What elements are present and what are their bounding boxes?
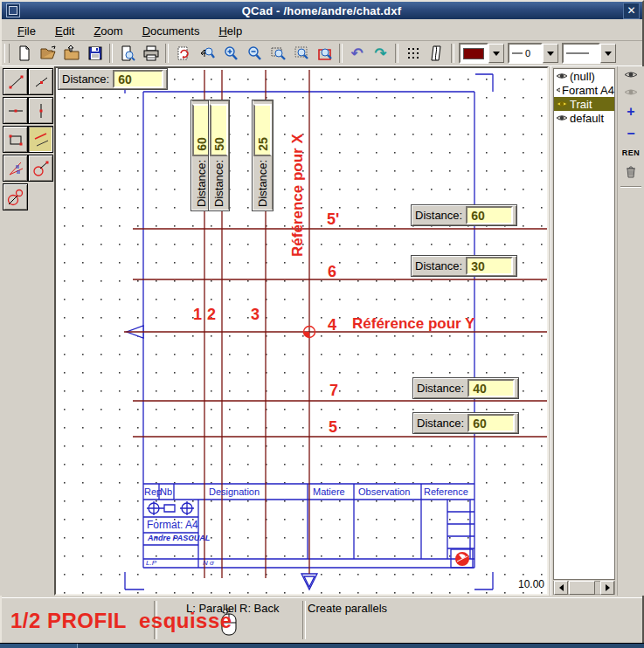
mark-3: 3 (251, 307, 260, 322)
eye-icon (556, 100, 568, 108)
scroll-left-button[interactable] (554, 581, 568, 595)
layer-list[interactable]: (null) Foramt A4 Trait default (553, 68, 615, 580)
zoom-in-button[interactable] (218, 42, 242, 65)
folder-up-icon (63, 45, 80, 62)
line-two-points-icon (6, 72, 25, 92)
resize-handle-segment[interactable] (0, 644, 78, 648)
layer-buttons: + − REN (617, 66, 644, 596)
distance-input[interactable]: 30 (466, 257, 513, 275)
distance-widget-h3[interactable]: Distance: 40 (412, 377, 519, 399)
show-all-layers-icon[interactable] (624, 70, 638, 79)
menu-documents[interactable]: Documents (135, 23, 207, 39)
delete-layer-trash-icon[interactable] (625, 165, 637, 178)
distance-label: Distance: (417, 382, 464, 395)
distance-input[interactable]: 40 (467, 379, 515, 397)
statusbar-separator (302, 601, 306, 639)
titleblock-header-observation: Observation (358, 487, 410, 497)
mark-6: 6 (328, 264, 336, 279)
parallel-tool[interactable] (28, 126, 53, 153)
line-width-select[interactable]: 0 (508, 44, 558, 63)
print-button[interactable] (139, 42, 163, 65)
undo-button[interactable]: ↶ (345, 42, 369, 65)
distance-input[interactable]: 25 (253, 104, 272, 156)
rename-layer-button[interactable]: REN (622, 148, 641, 157)
window-menu-icon[interactable] (6, 3, 20, 17)
window-bottom-edge (0, 643, 644, 648)
line-two-points-tool[interactable] (3, 68, 28, 95)
distance-widget-h4[interactable]: Distance: 60 (412, 412, 519, 434)
zoom-previous-button[interactable] (313, 42, 336, 65)
grid-toggle-button[interactable] (401, 42, 425, 65)
toolbar-handle[interactable] (4, 44, 10, 63)
titleblock-header-nb: Nb (160, 487, 172, 497)
toolbar-separator (339, 44, 343, 63)
layer-row-default[interactable]: default (554, 111, 614, 125)
menu-file[interactable]: File (10, 23, 43, 39)
tangent-circles-tool[interactable] (3, 183, 28, 210)
line-horizontal-tool[interactable] (3, 97, 28, 124)
style-dropdown-arrow[interactable] (600, 44, 616, 63)
print-preview-icon (119, 45, 136, 62)
line-tool-palette (0, 66, 54, 596)
rectangle-tool[interactable] (3, 126, 28, 153)
close-button[interactable]: ✕ (623, 3, 640, 19)
draft-mode-icon (428, 45, 446, 62)
color-dropdown-arrow[interactable] (488, 44, 504, 63)
redraw-button[interactable] (171, 42, 195, 65)
draft-mode-button[interactable] (425, 42, 448, 65)
main-toolbar: ↶ ↷ 0 (2, 41, 642, 66)
mark-7: 7 (329, 383, 338, 398)
distance-label: Distance: (415, 209, 462, 222)
distance-input[interactable]: 60 (466, 206, 513, 224)
scroll-right-button[interactable] (600, 581, 614, 595)
hide-all-layers-icon[interactable] (624, 87, 638, 97)
zoom-auto-button[interactable] (195, 42, 218, 65)
redraw-icon (175, 45, 192, 62)
distance-option-toolbar[interactable]: Distance: 60 (58, 68, 168, 90)
title-bar[interactable]: QCad - /home/andre/chat.dxf ✕ (2, 2, 642, 19)
import-button[interactable] (59, 42, 83, 65)
titleblock-corner-left: L.P (146, 560, 156, 567)
menu-edit[interactable]: Edit (48, 23, 81, 39)
line-angle-tool[interactable] (28, 68, 53, 95)
layer-list-scrollbar[interactable] (553, 581, 615, 595)
layer-row-trait[interactable]: Trait (554, 97, 614, 111)
distance-widget-h1[interactable]: Distance: 60 (411, 204, 517, 226)
distance-input[interactable]: 60 (113, 70, 163, 88)
line-style-select[interactable] (562, 44, 616, 63)
zoom-window-button[interactable] (266, 42, 289, 65)
reference-y-label: Référence pour Y (352, 316, 474, 331)
layer-row-null[interactable]: (null) (554, 69, 614, 83)
zoom-select-button[interactable] (289, 42, 313, 65)
redo-icon: ↷ (374, 46, 386, 61)
new-file-button[interactable] (12, 42, 36, 65)
scroll-thumb[interactable] (569, 581, 595, 595)
drawing-canvas[interactable]: Distance: 60 Distance: 60 Distance: 50 D… (54, 66, 549, 596)
color-select[interactable] (459, 44, 504, 63)
bisector-tool[interactable] (3, 155, 28, 182)
distance-input[interactable]: 60 (467, 414, 515, 432)
remove-layer-button[interactable]: − (627, 127, 634, 141)
distance-widget-h2[interactable]: Distance: 30 (411, 255, 517, 277)
distance-widget-vertical-2[interactable]: Distance: 50 (208, 100, 230, 211)
save-button[interactable] (83, 42, 107, 65)
menu-help[interactable]: Help (211, 23, 249, 39)
titleblock-header-designation: Designation (209, 487, 260, 497)
add-layer-button[interactable]: + (627, 105, 634, 119)
distance-input[interactable]: 50 (210, 104, 228, 156)
titleblock-format: Format: A4 (147, 520, 198, 530)
width-dropdown-arrow[interactable] (543, 44, 558, 63)
eye-icon (556, 72, 568, 80)
undo-icon: ↶ (350, 46, 363, 61)
redo-button[interactable]: ↷ (369, 42, 392, 65)
zoom-select-icon (293, 45, 310, 62)
tangent-point-circle-tool[interactable] (28, 155, 53, 182)
menu-zoom[interactable]: Zoom (87, 23, 129, 39)
layer-row-format-a4[interactable]: Foramt A4 (554, 83, 614, 97)
distance-label: Distance: (256, 160, 269, 207)
distance-widget-vertical-3[interactable]: Distance: 25 (252, 100, 274, 211)
line-vertical-tool[interactable] (28, 97, 53, 124)
zoom-out-button[interactable] (242, 42, 266, 65)
open-file-button[interactable] (36, 42, 59, 65)
print-preview-button[interactable] (115, 42, 139, 65)
